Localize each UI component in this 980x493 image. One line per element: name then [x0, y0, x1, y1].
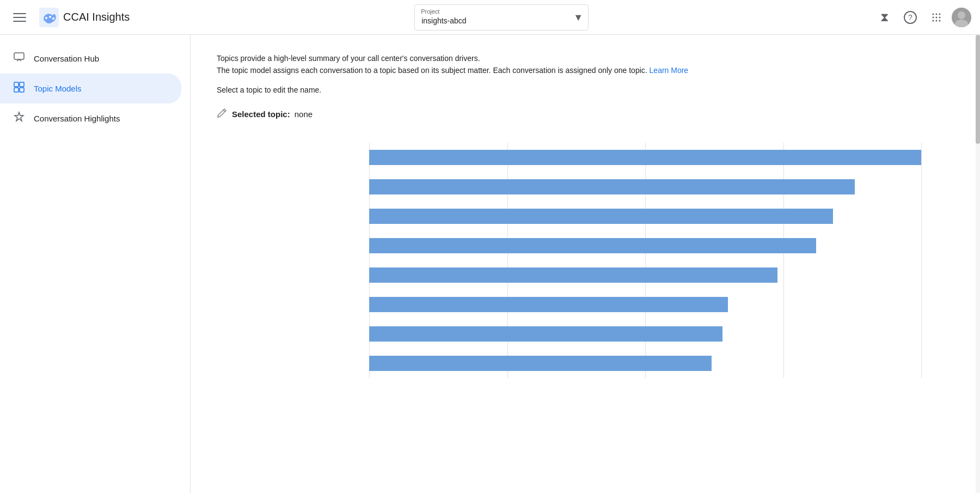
chart-row: forgot-password [369, 202, 921, 231]
svg-point-2 [49, 16, 51, 18]
timer-icon: ⧗ [880, 10, 889, 25]
learn-more-link[interactable]: Learn More [650, 66, 689, 75]
chart-row: I'm concerned because the co... [369, 260, 921, 290]
project-selector[interactable]: Project insights-abcd ▼ [414, 4, 589, 31]
svg-point-3 [52, 17, 54, 20]
scrollbar-thumb [976, 35, 980, 144]
bar-wrapper [369, 356, 921, 371]
chart-row: I have a promo code, but it ... [369, 319, 921, 349]
svg-point-8 [936, 16, 938, 18]
app-title: CCAI Insights [63, 11, 130, 23]
logo-area: CCAI Insights [39, 8, 130, 27]
chart-row: I need to check the status o... [369, 172, 921, 202]
sidebar-item-label: Conversation Highlights [34, 114, 120, 123]
nav-left: CCAI Insights [9, 7, 130, 28]
chart-bar[interactable] [369, 238, 816, 253]
sidebar-item-label: Conversation Hub [34, 54, 99, 63]
chart-row: I cannot get into my account... [369, 231, 921, 260]
page-scrollbar[interactable] [976, 35, 980, 493]
svg-point-9 [939, 16, 941, 18]
apps-icon [931, 12, 942, 23]
main-content: Topics provide a high-level summary of y… [191, 35, 980, 493]
help-button[interactable]: ? [899, 7, 921, 28]
selected-topic-value: none [295, 109, 313, 119]
topic-models-icon [13, 81, 25, 96]
svg-point-6 [939, 13, 941, 15]
project-label: Project [421, 8, 439, 15]
nav-right: ⧗ ? [873, 7, 971, 28]
svg-point-11 [936, 20, 938, 21]
project-select-area: Project insights-abcd ▼ [130, 4, 873, 31]
chart-bar[interactable] [369, 179, 855, 194]
logo-icon [39, 8, 59, 27]
bar-wrapper [369, 267, 921, 283]
hamburger-icon [13, 11, 26, 24]
chart-bar[interactable] [369, 267, 777, 283]
svg-rect-17 [14, 82, 19, 87]
pencil-icon [217, 107, 228, 121]
conversation-highlights-icon [13, 111, 25, 126]
bar-wrapper [369, 209, 921, 224]
sidebar-item-topic-models[interactable]: Topic Models [0, 74, 181, 104]
chart-bar[interactable] [369, 209, 833, 224]
svg-point-14 [958, 11, 965, 19]
svg-rect-16 [14, 53, 24, 59]
description-text: Topics provide a high-level summary of y… [217, 52, 954, 77]
chart-row: I need help getting into my ... [369, 290, 921, 319]
chart-bar[interactable] [369, 326, 722, 342]
svg-point-4 [933, 13, 934, 15]
svg-point-10 [933, 20, 934, 21]
project-select-input[interactable]: insights-abcd [414, 4, 589, 31]
user-avatar[interactable] [952, 8, 971, 27]
chart-rows: refund-statusI need to check the status … [369, 143, 921, 378]
select-topic-instruction: Select a topic to edit the name. [217, 86, 954, 94]
sidebar-item-conversation-hub[interactable]: Conversation Hub [0, 44, 181, 74]
svg-point-12 [939, 20, 941, 21]
hamburger-button[interactable] [9, 7, 30, 28]
svg-point-5 [936, 13, 938, 15]
chart-bar[interactable] [369, 356, 712, 371]
sidebar: Conversation Hub Topic Models Conversati… [0, 35, 191, 493]
bar-wrapper [369, 179, 921, 194]
svg-point-1 [45, 17, 47, 19]
bar-wrapper [369, 326, 921, 342]
selected-topic-row: Selected topic: none [217, 107, 954, 121]
chart-container: refund-statusI need to check the status … [217, 134, 954, 387]
bar-wrapper [369, 150, 921, 165]
selected-topic-label: Selected topic: [232, 109, 290, 119]
timer-button[interactable]: ⧗ [873, 7, 895, 28]
help-icon: ? [904, 11, 917, 24]
grid-line [921, 143, 922, 378]
svg-rect-18 [20, 82, 24, 87]
svg-point-7 [933, 16, 934, 18]
sidebar-item-label: Topic Models [34, 84, 82, 93]
conversation-hub-icon [13, 51, 25, 66]
svg-rect-19 [14, 88, 19, 92]
apps-button[interactable] [926, 7, 947, 28]
page-layout: Conversation Hub Topic Models Conversati… [0, 0, 980, 493]
bar-wrapper [369, 297, 921, 312]
top-nav: CCAI Insights Project insights-abcd ▼ ⧗ … [0, 0, 980, 35]
svg-rect-20 [20, 88, 24, 92]
bar-wrapper [369, 238, 921, 253]
chart-bar[interactable] [369, 297, 728, 312]
sidebar-item-conversation-highlights[interactable]: Conversation Highlights [0, 104, 181, 133]
chart-area: refund-statusI need to check the status … [217, 143, 954, 378]
chart-row: Hello, I want to return an i... [369, 349, 921, 378]
chart-bar[interactable] [369, 150, 921, 165]
chart-row: refund-status [369, 143, 921, 172]
